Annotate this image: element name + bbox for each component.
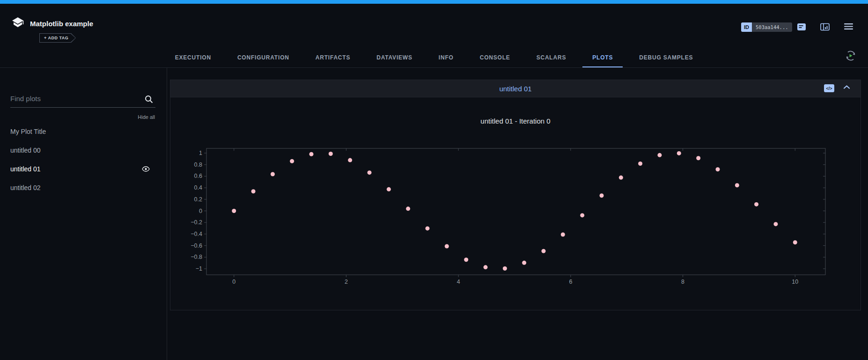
menu-icon[interactable] <box>844 23 853 32</box>
data-point <box>251 189 256 193</box>
data-point <box>445 244 449 248</box>
search-icon[interactable] <box>144 95 154 106</box>
experiment-title: Matplotlib example <box>30 20 93 28</box>
plot-list-item[interactable]: untitled 01 <box>0 160 167 178</box>
id-badge-label: ID <box>741 22 752 32</box>
plots-sidebar: Hide all My Plot Titleuntitled 00untitle… <box>0 68 167 360</box>
data-point <box>232 209 236 213</box>
plot-item-label: untitled 02 <box>10 184 41 191</box>
find-plots-search <box>10 91 155 108</box>
y-tick-label: −0.6 <box>191 242 202 249</box>
eye-icon[interactable] <box>142 166 150 172</box>
y-tick-label: −0.4 <box>191 231 202 237</box>
data-point <box>368 170 372 175</box>
tab-label: INFO <box>439 54 454 61</box>
data-point <box>290 159 294 163</box>
plot-item-label: untitled 01 <box>10 165 41 173</box>
id-badge-value[interactable]: 503aa144... <box>752 22 792 32</box>
y-tick-label: 0.8 <box>194 162 202 168</box>
tab-label: EXECUTION <box>175 54 211 61</box>
tab-label: CONSOLE <box>480 54 510 61</box>
data-point <box>329 152 333 156</box>
y-tick-label: −1 <box>196 265 202 272</box>
data-point <box>425 226 429 230</box>
tab-execution[interactable]: EXECUTION <box>165 48 221 67</box>
x-tick-label: 0 <box>232 279 235 285</box>
y-tick-label: −0.2 <box>191 219 202 226</box>
plot-card-title: untitled 01 <box>499 85 531 93</box>
data-point <box>580 213 584 217</box>
y-tick-label: 0.2 <box>194 196 202 203</box>
scatter-plot[interactable]: 0246810−1−0.8−0.6−0.4−0.200.20.40.60.81 <box>173 146 859 305</box>
chart-title: untitled 01 - Iteration 0 <box>170 117 861 125</box>
plot-frame <box>206 148 825 275</box>
plot-list-item[interactable]: untitled 02 <box>0 178 167 197</box>
tab-label: CONFIGURATION <box>237 54 289 61</box>
data-point <box>348 158 352 162</box>
data-point <box>561 233 565 237</box>
data-point <box>309 152 314 156</box>
tab-label: DEBUG SAMPLES <box>639 54 693 61</box>
y-tick-label: −0.8 <box>191 254 202 260</box>
tab-info[interactable]: INFO <box>429 48 463 67</box>
data-point <box>464 257 468 262</box>
data-point <box>406 206 410 211</box>
data-point <box>677 151 681 155</box>
tab-plots[interactable]: PLOTS <box>582 48 623 67</box>
view-code-icon[interactable]: </> <box>824 84 834 92</box>
data-point <box>773 222 778 226</box>
tab-label: PLOTS <box>592 54 613 61</box>
x-tick-label: 2 <box>345 279 348 285</box>
tab-artifacts[interactable]: ARTIFACTS <box>306 48 360 67</box>
data-point <box>600 193 604 198</box>
data-point <box>638 162 642 166</box>
comments-icon[interactable] <box>797 23 806 33</box>
plot-list-item[interactable]: untitled 00 <box>0 141 167 160</box>
y-tick-label: 0 <box>199 208 202 214</box>
tab-console[interactable]: CONSOLE <box>470 48 520 67</box>
plot-card-untitled-01: untitled 01 </> untitled 01 - Iteration … <box>170 80 861 310</box>
data-point <box>271 172 275 176</box>
details-panel-icon[interactable] <box>820 23 830 33</box>
tab-dataviews[interactable]: DATAVIEWS <box>367 48 422 67</box>
clearml-logo-icon <box>11 17 24 31</box>
tab-configuration[interactable]: CONFIGURATION <box>228 48 299 67</box>
data-point <box>387 187 391 191</box>
experiment-header: Matplotlib example + ADD TAG ID 503aa144… <box>0 4 868 68</box>
y-tick-label: 1 <box>199 150 202 156</box>
data-point <box>503 266 507 271</box>
data-point <box>715 167 720 171</box>
auto-refresh-icon[interactable] <box>845 50 857 64</box>
data-point <box>793 240 797 244</box>
tab-debug-samples[interactable]: DEBUG SAMPLES <box>629 48 703 67</box>
data-point <box>541 249 545 253</box>
data-point <box>696 156 700 160</box>
data-point <box>522 261 526 265</box>
y-tick-label: 0.6 <box>194 173 202 179</box>
tab-bar: EXECUTIONCONFIGURATIONARTIFACTSDATAVIEWS… <box>0 48 868 67</box>
plot-list-item[interactable]: My Plot Title <box>0 122 167 141</box>
plot-item-label: untitled 00 <box>10 147 41 154</box>
plot-card-header: untitled 01 </> <box>170 80 861 97</box>
x-tick-label: 6 <box>569 279 572 285</box>
tab-label: ARTIFACTS <box>316 54 351 61</box>
add-tag-label: + ADD TAG <box>44 36 68 40</box>
tab-label: DATAVIEWS <box>376 54 412 61</box>
app-window: COMPLETED Matplotlib example + ADD TAG I… <box>0 0 868 360</box>
collapse-chevron-up-icon[interactable] <box>843 85 850 89</box>
x-tick-label: 4 <box>457 279 460 285</box>
experiment-id-badge: ID 503aa144... <box>741 22 792 32</box>
plot-item-label: My Plot Title <box>10 128 46 135</box>
tab-label: SCALARS <box>537 54 566 61</box>
tab-scalars[interactable]: SCALARS <box>527 48 576 67</box>
plot-card-body: untitled 01 - Iteration 0 0246810−1−0.8−… <box>170 97 861 310</box>
data-point <box>657 153 662 157</box>
add-tag-button[interactable]: + ADD TAG <box>39 33 76 43</box>
y-tick-label: 0.4 <box>194 184 202 191</box>
plot-list: My Plot Titleuntitled 00untitled 01untit… <box>0 122 167 197</box>
search-input[interactable] <box>10 91 137 106</box>
x-tick-label: 10 <box>792 279 798 285</box>
data-point <box>735 183 739 187</box>
hide-all-link[interactable]: Hide all <box>138 114 155 120</box>
x-tick-label: 8 <box>681 279 684 285</box>
